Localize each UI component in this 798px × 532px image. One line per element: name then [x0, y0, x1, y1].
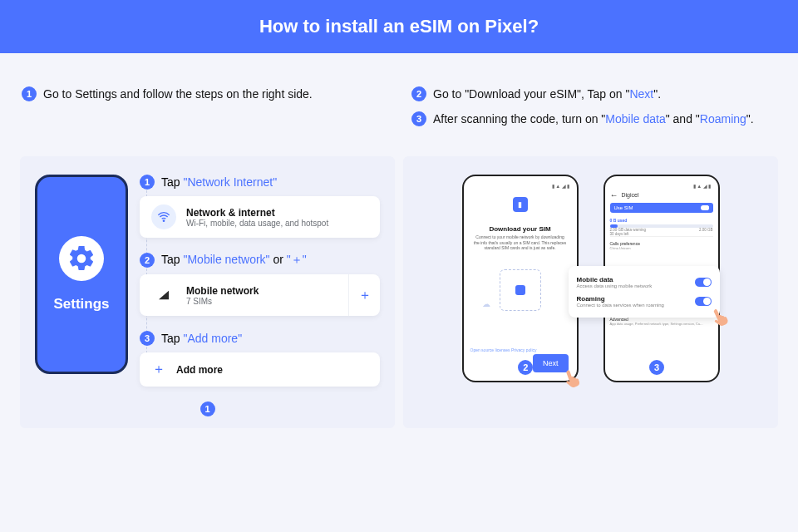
panel-number-1: 1: [200, 401, 215, 416]
svg-point-0: [163, 220, 164, 221]
phone-sim-settings: ▮ ▲ ◢ ▮ ←Digicel Use SIM 0 B used 2.00 G…: [603, 175, 720, 382]
signal-icon: [151, 283, 176, 308]
panel-number-3: 3: [649, 360, 664, 375]
sim-dot-icon: [515, 285, 525, 295]
instruction-1: 1 Go to Settings and follow the steps on…: [22, 86, 387, 101]
settings-phone-illustration: Settings: [35, 175, 128, 374]
substep-1: 1 Tap "Network Internet" Network & inter…: [140, 175, 380, 238]
gear-icon: [59, 236, 104, 281]
substeps: 1 Tap "Network Internet" Network & inter…: [140, 175, 380, 387]
substep-number-3: 3: [140, 331, 155, 346]
download-sim-desc: Connect to your mobile network by downlo…: [469, 233, 572, 251]
back-icon: ←: [610, 190, 618, 200]
switch-on-icon[interactable]: [695, 297, 712, 306]
instruction-3: 3 After scanning the code, turn on "Mobi…: [411, 111, 776, 126]
card-network-internet: Network & internetWi-Fi, mobile, data us…: [140, 196, 380, 238]
floating-toggles-card: Mobile dataAccess data using mobile netw…: [569, 266, 720, 318]
download-sim-title: Download your SIM: [469, 225, 572, 233]
cloud-icon: ☁: [482, 299, 490, 308]
instruction-2-text: Go to "Download your eSIM", Tap on "Next…: [433, 87, 661, 101]
card-add-more: ＋ Add more: [140, 352, 380, 387]
status-bar-icons: ▮ ▲ ◢ ▮: [610, 183, 713, 189]
status-bar-icons: ▮ ▲ ◢ ▮: [469, 183, 572, 189]
row-calls-preference: Calls preferenceChina Unicom: [610, 236, 713, 254]
card-mobile-network: Mobile network7 SIMs ＋: [140, 274, 380, 316]
use-sim-toggle: Use SIM: [610, 203, 713, 213]
settings-label: Settings: [53, 296, 109, 313]
data-usage: 0 B used 2.00 GB data warning2.00 GB 30 …: [610, 218, 713, 236]
toggle-row-roaming: RoamingConnect to data services when roa…: [577, 292, 712, 311]
instructions-row: 1 Go to Settings and follow the steps on…: [0, 53, 798, 148]
step-number-1: 1: [22, 86, 37, 101]
link-roaming: Roaming: [700, 112, 746, 126]
instruction-3-text: After scanning the code, turn on "Mobile…: [433, 112, 754, 126]
usage-bar: [610, 224, 713, 228]
sim-icon: ▮: [513, 197, 528, 212]
instruction-2: 2 Go to "Download your eSIM", Tap on "Ne…: [411, 86, 776, 101]
substep-3: 3 Tap "Add more" ＋ Add more: [140, 331, 380, 387]
substep-number-2: 2: [140, 253, 155, 268]
wifi-icon: [151, 204, 176, 229]
sim-page-header: ←Digicel: [610, 189, 713, 203]
panel-2-3: ▮ ▲ ◢ ▮ ▮ Download your SIM Connect to y…: [403, 156, 778, 428]
substep-number-1: 1: [140, 175, 155, 190]
link-next: Next: [629, 87, 653, 101]
step-number-2: 2: [411, 86, 426, 101]
legal-links: Open source licenses Privacy policy: [470, 347, 537, 352]
substep-2: 2 Tap "Mobile network" or "＋" Mobile net…: [140, 253, 380, 316]
toggle-row-mobile-data: Mobile dataAccess data using mobile netw…: [577, 273, 712, 292]
panel-1: Settings 1 Tap "Network Internet" Networ…: [20, 156, 395, 428]
plus-icon: ＋: [151, 361, 166, 378]
instruction-1-text: Go to Settings and follow the steps on t…: [43, 87, 313, 101]
toggle-on-icon: [701, 205, 709, 210]
page-title: How to install an eSIM on Pixel?: [0, 0, 798, 53]
link-mobile-data: Mobile data: [605, 112, 665, 126]
plus-icon: ＋: [348, 274, 380, 316]
panels-row: Settings 1 Tap "Network Internet" Networ…: [0, 148, 798, 448]
switch-on-icon[interactable]: [695, 278, 712, 287]
step-number-3: 3: [411, 111, 426, 126]
phone-download-sim: ▮ ▲ ◢ ▮ ▮ Download your SIM Connect to y…: [462, 175, 579, 382]
scan-target: [500, 269, 541, 311]
